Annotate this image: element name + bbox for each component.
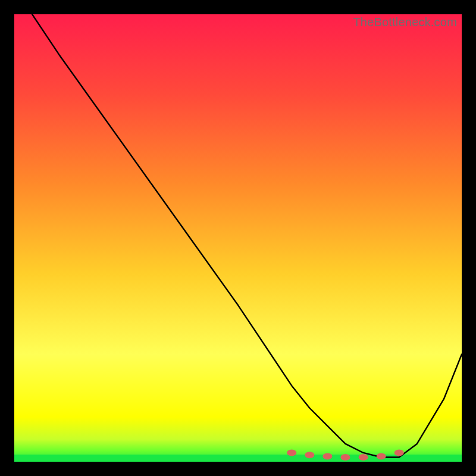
curve-marker <box>359 454 368 461</box>
curve-marker <box>340 454 350 461</box>
chart-plot <box>14 14 462 462</box>
curve-marker <box>305 452 314 458</box>
watermark-text: TheBottleneck.com <box>353 15 457 29</box>
optimal-band <box>14 455 462 462</box>
curve-marker <box>287 449 296 456</box>
chart-frame: TheBottleneck.com <box>14 14 462 462</box>
gradient-background <box>14 14 462 462</box>
curve-marker <box>394 449 404 456</box>
curve-marker <box>322 453 332 459</box>
curve-marker <box>377 453 386 459</box>
